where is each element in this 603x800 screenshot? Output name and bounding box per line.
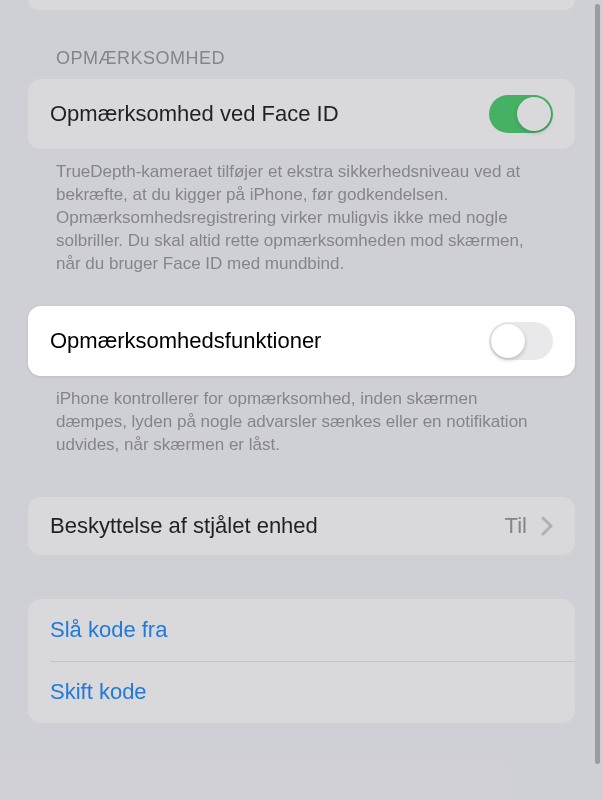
attention-features-toggle[interactable] <box>489 322 553 360</box>
attention-features-row-highlighted[interactable]: Opmærksomhedsfunktioner <box>28 306 575 376</box>
change-passcode-row[interactable]: Skift kode <box>28 661 575 723</box>
stolen-device-row[interactable]: Beskyttelse af stjålet enhed Til <box>28 497 575 555</box>
attention-header: OPMÆRKSOMHED <box>56 48 575 69</box>
settings-page: OPMÆRKSOMHED Opmærksomhed ved Face ID Tr… <box>0 0 603 800</box>
faceid-attention-label: Opmærksomhed ved Face ID <box>50 101 339 127</box>
chevron-right-icon <box>541 516 553 536</box>
change-passcode-label: Skift kode <box>50 679 147 704</box>
scrollbar[interactable] <box>595 4 600 764</box>
nav-right: Til <box>505 513 553 539</box>
toggle-knob-icon <box>517 97 551 131</box>
faceid-attention-toggle[interactable] <box>489 95 553 133</box>
toggle-knob-icon <box>491 324 525 358</box>
faceid-attention-footer: TrueDepth-kameraet tilføjer et ekstra si… <box>56 161 547 276</box>
faceid-attention-row[interactable]: Opmærksomhed ved Face ID <box>28 79 575 149</box>
disable-passcode-row[interactable]: Slå kode fra <box>28 599 575 661</box>
previous-section-tail <box>28 0 575 10</box>
attention-features-label: Opmærksomhedsfunktioner <box>50 328 321 354</box>
attention-features-footer: iPhone kontrollerer for opmærksomhed, in… <box>56 388 547 457</box>
stolen-device-label: Beskyttelse af stjålet enhed <box>50 513 318 539</box>
passcode-group: Slå kode fra Skift kode <box>28 599 575 723</box>
stolen-device-value: Til <box>505 513 527 539</box>
disable-passcode-label: Slå kode fra <box>50 617 167 642</box>
